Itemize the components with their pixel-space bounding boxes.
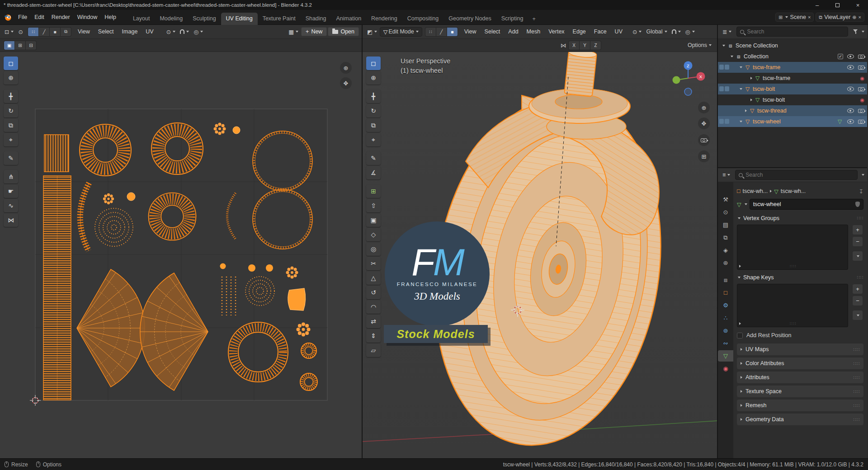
uv-tool-select-box[interactable]: ◻ (4, 56, 18, 70)
render-camera-icon[interactable] (858, 55, 864, 59)
vp-tool-loop-cut[interactable]: ◎ (366, 242, 381, 256)
workspace-tab-shading[interactable]: Shading (301, 13, 331, 25)
uv-menu-select[interactable]: Select (94, 27, 118, 36)
render-camera-icon[interactable] (858, 87, 864, 91)
viewport-pan-button[interactable]: ✥ (698, 118, 710, 129)
tab-object-data[interactable]: ▽ (718, 350, 733, 362)
uv-islands-drawing[interactable] (0, 52, 362, 458)
scene-unlink-icon[interactable]: × (808, 14, 811, 20)
tab-object[interactable]: □ (719, 287, 732, 298)
hide-eye-icon[interactable] (847, 119, 854, 124)
vp-menu-mesh[interactable]: Mesh (523, 27, 544, 36)
uv-pivot-button[interactable]: ⊙ (165, 28, 177, 36)
collection-checkbox[interactable]: ✓ (838, 54, 843, 59)
uv-pan-gizmo[interactable]: ✥ (340, 77, 352, 89)
uv-tool-grab[interactable]: ☛ (4, 184, 18, 198)
workspace-tab-sculpting[interactable]: Sculpting (188, 13, 221, 25)
workspace-tab-layout[interactable]: Layout (128, 13, 155, 25)
close-button[interactable]: × (848, 0, 868, 10)
outliner-row-tscw-bolt-object[interactable]: ▽ tscw-bolt (718, 84, 867, 94)
vp-menu-vertex[interactable]: Vertex (545, 27, 568, 36)
remesh-panel-header[interactable]: Remesh ∷∷ (737, 400, 863, 411)
breadcrumb-data[interactable]: tscw-wh... (781, 188, 806, 194)
vp-tool-extrude-region[interactable]: ⇧ (366, 199, 381, 212)
uv-select-island-button[interactable]: ⧉ (61, 28, 71, 36)
shape-key-specials-button[interactable] (852, 310, 863, 320)
uv-menu-image[interactable]: Image (118, 27, 142, 36)
outliner-row-tscw-thread-object[interactable]: ▽ tscw-thread (718, 105, 867, 116)
material-icon[interactable]: ◉ (860, 75, 864, 81)
outliner-row-tscw-wheel-object[interactable]: ▽ tscw-wheel ▽ (718, 116, 867, 127)
uv-tool-relax[interactable]: ∿ (4, 199, 18, 212)
outliner-options-chevron-icon[interactable] (862, 31, 864, 33)
vertex-group-add-button[interactable]: + (852, 225, 863, 235)
outliner-row-tscw-frame-data[interactable]: ▽ tscw-frame ◉ (718, 73, 867, 84)
uv-tool-cursor[interactable]: ⊕ (4, 71, 18, 85)
vp-tool-scale[interactable]: ⧉ (366, 118, 381, 132)
vp-tool-transform[interactable]: ⌖ (366, 133, 381, 146)
uv-menu-uv[interactable]: UV (142, 27, 157, 36)
viewlayer-selector[interactable]: ⧉ ViewLayer ⊕ × (816, 13, 864, 22)
mode-dropdown[interactable]: ▽ Edit Mode (380, 27, 422, 37)
attributes-panel-header[interactable]: Attributes ∷∷ (737, 371, 863, 383)
mirror-y-button[interactable]: Y (580, 41, 590, 50)
proportional-edit-button[interactable]: ◎ (684, 28, 697, 36)
tool-options-dropdown[interactable]: Options (686, 41, 713, 49)
scene-selector[interactable]: ⊞ Scene × (775, 13, 814, 22)
uv-tool-move[interactable]: ╋ (4, 89, 18, 103)
uv-tool-pinch[interactable]: ⋈ (4, 213, 18, 227)
outliner-search[interactable] (736, 27, 848, 37)
viewport-camera-button[interactable] (698, 134, 710, 146)
menu-render[interactable]: Render (48, 13, 74, 22)
uv-select-face-button[interactable]: ■ (50, 28, 60, 36)
hide-eye-icon[interactable] (847, 108, 854, 113)
menu-file[interactable]: File (14, 13, 31, 22)
material-icon[interactable]: ◉ (860, 97, 864, 103)
breadcrumb-object[interactable]: tscw-wh... (743, 188, 768, 194)
shape-keys-panel-header[interactable]: Shape Keys ∷∷ (737, 272, 863, 283)
vp-tool-rotate[interactable]: ↻ (366, 104, 381, 118)
viewlayer-add-icon[interactable]: ⊕ (852, 14, 856, 20)
vp-tool-smooth[interactable]: ◠ (366, 300, 381, 314)
vp-tool-add-cube[interactable]: ⊞ (366, 184, 381, 198)
mirror-x-button[interactable]: X (569, 41, 579, 50)
vp-tool-select-box[interactable]: ◻ (366, 56, 381, 70)
outliner-filter-button[interactable] (851, 28, 860, 35)
vp-tool-spin[interactable]: ↺ (366, 286, 381, 299)
snap-button[interactable] (670, 28, 683, 35)
workspace-tab-scripting[interactable]: Scripting (496, 13, 528, 25)
vertex-group-specials-button[interactable] (852, 251, 863, 261)
menu-edit[interactable]: Edit (31, 13, 48, 22)
hide-eye-icon[interactable] (847, 54, 854, 59)
vertex-groups-list[interactable]: ∷∷ (737, 225, 848, 270)
menu-window[interactable]: Window (74, 13, 101, 22)
select-mode-edge-button[interactable]: ╱ (436, 28, 447, 36)
outliner-row-tscw-bolt-data[interactable]: ▽ tscw-bolt ◉ (718, 94, 867, 105)
blender-logo-icon[interactable] (4, 13, 12, 21)
tab-world[interactable]: ⊛ (719, 257, 732, 268)
outliner-row-collection[interactable]: ⧈ Collection ✓ (718, 51, 867, 62)
mesh-name-input[interactable] (753, 201, 853, 207)
maximize-button[interactable] (827, 0, 848, 10)
hide-eye-icon[interactable] (847, 87, 854, 91)
list-grip-icon[interactable]: ∷∷ (741, 321, 846, 326)
vp-menu-view[interactable]: View (461, 27, 480, 36)
uv-maps-panel-header[interactable]: UV Maps ∷∷ (737, 343, 863, 355)
tab-render[interactable]: ⊙ (719, 207, 732, 218)
vp-tool-bevel[interactable]: ◇ (366, 228, 381, 241)
uv-select-new-button[interactable]: ▣ (4, 41, 14, 50)
vp-tool-edge-slide[interactable]: ⇄ (366, 315, 381, 328)
uv-zoom-gizmo[interactable]: ⊕ (340, 62, 352, 74)
vp-tool-measure[interactable]: ∡ (366, 166, 381, 179)
uv-tool-rotate[interactable]: ↻ (4, 104, 18, 118)
minimize-button[interactable]: – (807, 0, 827, 10)
mesh-name-field[interactable] (750, 199, 863, 210)
uv-tool-transform[interactable]: ⌖ (4, 133, 18, 146)
outliner-editor-type-button[interactable]: ≣ (721, 28, 733, 36)
render-camera-icon[interactable] (858, 120, 864, 124)
tab-view-layer[interactable]: ⧉ (719, 232, 732, 243)
viewport-canvas[interactable]: User Perspective (1) tscw-wheel ◻ ⊕ ╋ ↻ … (363, 52, 717, 458)
vp-tool-annotate[interactable]: ✎ (366, 151, 381, 165)
uv-tool-rip-region[interactable]: ⋔ (4, 170, 18, 183)
gizmo-y-axis[interactable] (673, 76, 680, 84)
